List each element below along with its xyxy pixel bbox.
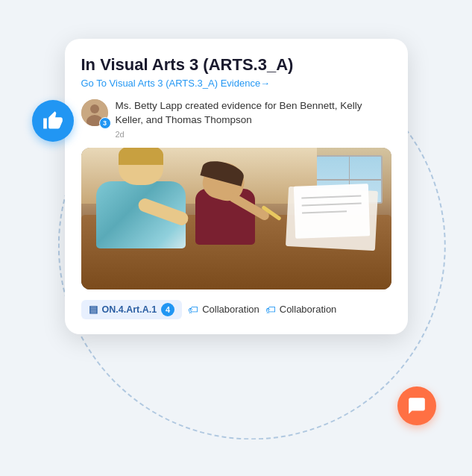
evidence-author: Ms. Betty Lapp [116, 100, 183, 111]
page-wrapper: In Visual Arts 3 (ARTS.3_A) Go To Visual… [20, 18, 453, 458]
collaboration-label-1: Collaboration [202, 304, 259, 315]
evidence-row: 3 Ms. Betty Lapp created evidence for Be… [81, 99, 391, 139]
tag-icon-1: 🏷 [188, 304, 198, 316]
collaboration-label-2: Collaboration [280, 304, 337, 315]
collaboration-tag-1[interactable]: 🏷 Collaboration [188, 304, 259, 316]
photo-scene [81, 148, 391, 289]
avatar-badge-count: 3 [99, 117, 111, 129]
chat-bubble-icon[interactable] [397, 386, 436, 425]
evidence-text: Ms. Betty Lapp created evidence for Ben … [116, 99, 391, 128]
standard-count: 4 [161, 303, 174, 316]
evidence-info: Ms. Betty Lapp created evidence for Ben … [116, 99, 391, 139]
evidence-photo [81, 148, 391, 289]
collaboration-tag-2[interactable]: 🏷 Collaboration [265, 304, 337, 316]
standard-code: ON.4.Art.A.1 [102, 304, 157, 315]
evidence-link[interactable]: Go To Visual Arts 3 (ARTS.3_A) Evidence→ [81, 78, 391, 89]
evidence-time: 2d [116, 130, 391, 139]
tags-row: ▤ ON.4.Art.A.1 4 🏷 Collaboration 🏷 Colla… [81, 300, 391, 319]
evidence-action: created evidence for [185, 100, 279, 111]
card-title: In Visual Arts 3 (ARTS.3_A) [81, 55, 391, 75]
evidence-card: In Visual Arts 3 (ARTS.3_A) Go To Visual… [65, 39, 408, 334]
standard-icon: ▤ [89, 304, 98, 315]
thumbs-up-icon[interactable] [32, 100, 74, 142]
tag-icon-2: 🏷 [265, 304, 276, 316]
standard-tag[interactable]: ▤ ON.4.Art.A.1 4 [81, 300, 183, 319]
svg-point-1 [90, 104, 99, 113]
avatar-wrap: 3 [81, 99, 108, 126]
